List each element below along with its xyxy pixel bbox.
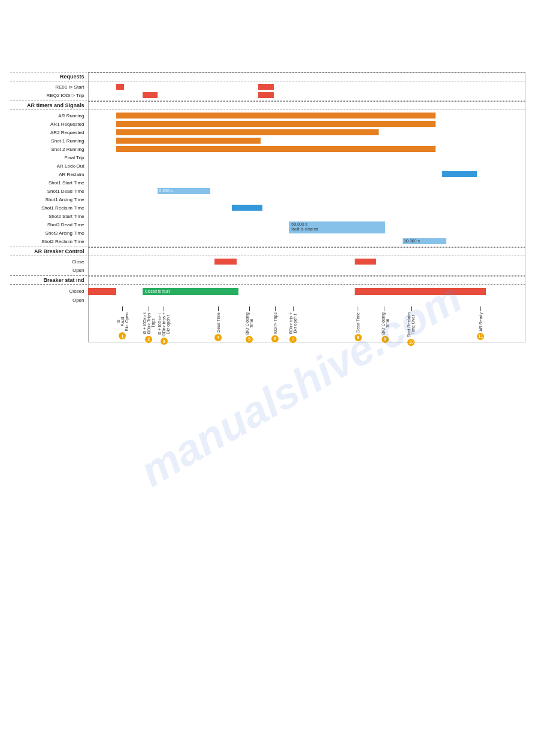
row-shot2-dead-time: Shot2 Dead Time 60.000 s fault is cleare…: [10, 220, 525, 229]
tracks-final-trip: [88, 153, 525, 162]
tick-label-5: BKr ClosingTime: [245, 312, 253, 335]
track-ar-running: [88, 113, 525, 119]
bar-ar1-requested: [116, 121, 436, 127]
bar-closed-2: Closed to fault: [143, 288, 239, 295]
tick-line-6: [275, 306, 276, 311]
tracks-open: [88, 266, 525, 274]
tick-label-10: Shot ReclaimTime Over: [407, 312, 415, 338]
tick-label-7: I0Dir> trip +Bkr open t: [289, 312, 297, 335]
label-shot1-reclaim-time: Shot1 Reclaim Time: [10, 205, 88, 211]
tick-11: AR Ready 11: [477, 306, 484, 340]
label-ar-reclaim: AR Reclaim: [10, 172, 88, 177]
diagram-container: Requests RE01 I> Start REQ2 IODir> Trip: [10, 72, 525, 342]
tick-line-10: [411, 306, 412, 311]
shot2-dead-time-label: 60.000 s: [291, 222, 307, 226]
tracks-shot1-start-time: [88, 178, 525, 187]
tick-label-9: BKr ClosingTime: [381, 312, 389, 335]
tracks-ar-reclaim: [88, 170, 525, 178]
tick-line-2: [149, 306, 149, 311]
tracks-req2: [88, 91, 525, 99]
row-shot2-running: Shot 2 Running: [10, 145, 525, 153]
breaker-stat-header-track: [88, 276, 525, 284]
tick-7: I0Dir> trip +Bkr open t 7: [289, 306, 297, 343]
track-shot1-start-time: [88, 180, 525, 186]
row-shot2-arcing-time: Shot2 Arcing Time: [10, 229, 525, 237]
tick-line-7: [293, 306, 294, 311]
track-shot2-arcing-time: [88, 230, 525, 236]
track-close: [88, 259, 525, 265]
row-ar-lockout: AR Lock-Out: [10, 162, 525, 170]
bar-ar-running: [116, 113, 436, 119]
label-ar2-requested: AR2 Requested: [10, 130, 88, 135]
row-shot1-start-time: Shot1 Start Time: [10, 178, 525, 187]
timeline-spacer: [10, 306, 88, 342]
tick-circle-10: 10: [407, 339, 415, 346]
label-final-trip: Final Trip: [10, 155, 88, 160]
tracks-shot1-reclaim-time: [88, 204, 525, 212]
tracks-shot1-running: [88, 136, 525, 145]
bar-shot1-reclaim-time: [232, 205, 262, 211]
bar-close-1: [214, 259, 237, 265]
row-ar1-requested: AR1 Requested: [10, 120, 525, 128]
breaker-control-header-track: [88, 247, 525, 256]
row-close: Close: [10, 257, 525, 266]
tracks-open-stat: [88, 296, 525, 304]
row-shot1-arcing-time: Shot1 Arcing Time: [10, 195, 525, 204]
track-shot1-arcing-time: [88, 196, 525, 202]
row-shot2-start-time: Shot2 Start Time: [10, 212, 525, 220]
tracks-shot2-start-time: [88, 212, 525, 220]
row-shot1-running: Shot 1 Running: [10, 136, 525, 145]
tick-label-2: t0 + I0Dir> tI0Dir> TripsTrips: [143, 312, 155, 335]
tracks-ar1-requested: [88, 120, 525, 128]
tracks-re01: [88, 83, 525, 91]
label-close: Close: [10, 259, 88, 265]
tick-5: BKr ClosingTime 5: [245, 306, 253, 343]
track-req2: [88, 92, 525, 98]
bar-ar2-requested: [116, 129, 379, 135]
tick-line-8: [358, 306, 358, 311]
breaker-control-section-header: AR Breaker Control: [10, 247, 525, 256]
track-shot1-running: [88, 138, 525, 144]
tracks-close: [88, 257, 525, 266]
bar-close-2: [355, 259, 377, 265]
tick-label-3: t0 + I0Dir> tI0Dir> trips +Bkr open t: [158, 312, 170, 336]
bar-shot2-reclaim-time: 10.000 s: [403, 238, 446, 244]
tick-circle-8: 8: [355, 334, 362, 341]
closed-fault-label: Closed to fault: [145, 289, 170, 293]
requests-header-track: [88, 72, 525, 81]
timing-chart: Requests RE01 I> Start REQ2 IODir> Trip: [10, 72, 525, 342]
tick-line-11: [480, 306, 481, 311]
track-closed: Closed to fault: [88, 288, 525, 295]
label-shot2-dead-time: Shot2 Dead Time: [10, 222, 88, 227]
row-shot1-reclaim-time: Shot1 Reclaim Time: [10, 204, 525, 212]
tracks-closed: Closed to fault: [88, 287, 525, 295]
track-shot2-reclaim-time: 10.000 s: [88, 238, 525, 244]
tick-9: BKr ClosingTime 9: [381, 306, 389, 343]
label-ar-lockout: AR Lock-Out: [10, 163, 88, 169]
tick-10: Shot ReclaimTime Over 10: [407, 306, 415, 346]
label-shot2-reclaim-time: Shot2 Reclaim Time: [10, 239, 88, 244]
tick-6: I0Dir> Trips 6: [271, 306, 279, 342]
tick-line-9: [385, 306, 385, 311]
tick-circle-3: 3: [161, 338, 168, 345]
ar-timers-section-header: AR timers and Signals: [10, 101, 525, 110]
track-final-trip: [88, 154, 525, 160]
timeline-labels: t0FaultBkr. Open 1 t0 + I0Dir> tI0Dir> T…: [10, 306, 525, 342]
label-closed: Closed: [10, 289, 88, 294]
track-shot2-start-time: [88, 213, 525, 219]
row-shot2-reclaim-time: Shot2 Reclaim Time 10.000 s: [10, 237, 525, 245]
bar-re01-2: [258, 84, 274, 90]
tick-circle-2: 2: [145, 336, 152, 343]
row-closed: Closed Closed to fault: [10, 286, 525, 296]
tick-label-6: I0Dir> Trips: [273, 312, 277, 334]
tick-label-1: t0FaultBkr. Open: [116, 312, 129, 331]
label-ar1-requested: AR1 Requested: [10, 122, 88, 127]
track-shot1-reclaim-time: [88, 205, 525, 211]
ar-timers-header-track: [88, 101, 525, 110]
tracks-ar-lockout: [88, 162, 525, 170]
tick-3: t0 + I0Dir> tI0Dir> trips +Bkr open t 3: [158, 306, 170, 345]
label-shot2-arcing-time: Shot2 Arcing Time: [10, 230, 88, 236]
label-re01: RE01 I> Start: [10, 84, 88, 90]
bar-req2-1: [143, 92, 158, 98]
tick-line-1: [122, 306, 123, 311]
